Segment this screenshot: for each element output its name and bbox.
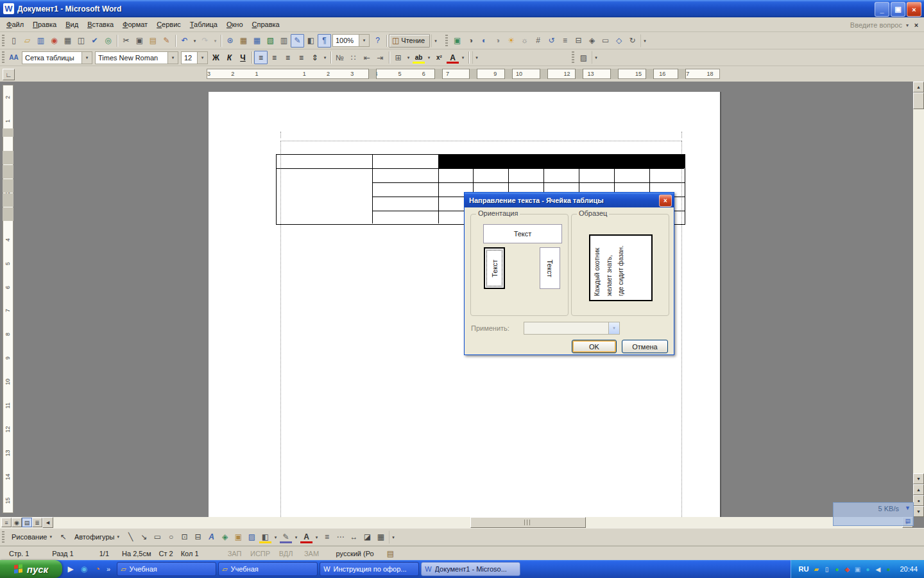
shadow-style-icon[interactable]: ◪ — [361, 530, 374, 544]
menu-item[interactable]: Файл — [2, 18, 28, 31]
fill-color-icon[interactable]: ◧ — [259, 530, 272, 544]
styles-and-formatting-icon[interactable]: АА — [7, 51, 21, 64]
line-style-icon[interactable]: ≡ — [320, 530, 334, 544]
save-icon[interactable]: ▥ — [34, 34, 47, 48]
justify-icon[interactable]: ≡ — [295, 51, 308, 64]
apply-combo[interactable]: ▾ — [524, 322, 620, 335]
line-spacing-icon[interactable]: ⇕ — [308, 51, 321, 64]
highlight-icon[interactable]: ab — [412, 51, 425, 64]
column-marker[interactable] — [368, 69, 377, 79]
print-icon[interactable]: ▦ — [61, 34, 74, 48]
less-brightness-icon[interactable]: ☼ — [518, 34, 531, 48]
column-marker[interactable] — [434, 69, 443, 79]
less-contrast-icon[interactable]: ◑ — [491, 34, 504, 48]
3d-style-icon[interactable]: ▦ — [374, 530, 388, 544]
insert-picture-icon[interactable]: ▨ — [245, 530, 259, 544]
compress-pictures-icon[interactable]: ⊟ — [572, 34, 585, 48]
minimize-button[interactable]: _ — [875, 2, 889, 17]
autoshapes-menu-button[interactable]: Автофигуры ▾ — [70, 530, 124, 545]
menu-item[interactable]: Окно — [222, 18, 248, 31]
cut-icon[interactable]: ✂ — [119, 34, 133, 48]
permission-icon[interactable]: ◉ — [47, 34, 61, 48]
borders-icon[interactable]: ⊞ — [391, 51, 405, 64]
status-mode[interactable]: ВДЛ — [276, 550, 296, 557]
italic-icon[interactable]: К — [223, 51, 236, 64]
horizontal-scrollbar[interactable]: ≡ ◉ ▤ ≣ ◀ ▶ — [0, 517, 913, 528]
vertical-ruler[interactable]: 21123456789101112131415 — [3, 85, 13, 513]
font-size-combo[interactable]: 12 ▾ — [181, 51, 208, 64]
column-marker[interactable] — [678, 69, 686, 79]
line-color-icon[interactable]: ✎ — [279, 530, 293, 544]
column-marker[interactable] — [646, 69, 654, 79]
normal-view-button[interactable]: ≡ — [1, 518, 12, 527]
print-layout-view-button[interactable]: ▤ — [22, 518, 32, 527]
toolbar-options-button[interactable]: ▾ — [640, 34, 649, 48]
clip-art-icon[interactable]: ▣ — [232, 530, 245, 544]
line-style-icon[interactable]: ≡ — [558, 34, 572, 48]
scroll-up-button[interactable]: ▲ — [913, 82, 924, 92]
align-right-icon[interactable]: ≡ — [281, 51, 295, 64]
copy-icon[interactable]: ▣ — [133, 34, 146, 48]
dialog-titlebar[interactable]: Направление текста - Ячейка таблицы — [465, 193, 674, 207]
column-marker[interactable] — [540, 69, 548, 79]
menu-item[interactable]: Таблица — [185, 18, 222, 31]
style-combo[interactable]: Сетка таблицы ▾ — [22, 51, 92, 64]
column-marker[interactable] — [575, 69, 583, 79]
text-box-icon[interactable]: ⊡ — [178, 530, 191, 544]
color-icon[interactable]: ◑ — [464, 34, 477, 48]
format-painter-icon[interactable]: ✎ — [160, 34, 173, 48]
arrow-icon[interactable]: ↘ — [137, 530, 151, 544]
status-language[interactable]: русский (Ро — [332, 550, 378, 557]
toolbar-options-button[interactable]: ▾ — [389, 530, 398, 544]
highlight-dropdown[interactable]: ▾ — [425, 51, 432, 64]
line-color-dropdown[interactable]: ▾ — [293, 530, 300, 544]
taskbar-task-folder-2[interactable]: ▱ Учебная — [218, 562, 318, 576]
bold-icon[interactable]: Ж — [209, 51, 223, 64]
toolbar-options-button[interactable]: ▾ — [472, 51, 481, 64]
line-spacing-dropdown[interactable]: ▾ — [321, 51, 329, 64]
type-question-box[interactable]: Введите вопрос ▾ — [806, 20, 909, 30]
borders-dropdown[interactable]: ▾ — [405, 51, 412, 64]
quick-launch-icon-1[interactable]: ▶ — [65, 563, 76, 575]
close-button[interactable]: × — [907, 2, 921, 17]
help-icon[interactable]: ? — [371, 34, 384, 48]
text-wrapping-icon[interactable]: ◈ — [585, 34, 599, 48]
scroll-down-button[interactable]: ▼ — [913, 473, 924, 484]
tables-and-borders-icon[interactable]: ▦ — [237, 34, 250, 48]
taskbar-task-instruction[interactable]: W Инструкция по офор... — [320, 562, 419, 576]
rotate-left-icon[interactable]: ↺ — [545, 34, 558, 48]
arrow-style-icon[interactable]: ↔ — [347, 530, 361, 544]
toolbar-grip[interactable] — [445, 35, 448, 47]
menu-item[interactable]: Сервис — [152, 18, 185, 31]
web-layout-view-button[interactable]: ◉ — [12, 518, 22, 527]
toolbar-options-button[interactable]: ▾ — [592, 51, 601, 64]
insert-table-icon[interactable]: ▦ — [250, 34, 264, 48]
increase-indent-icon[interactable]: ⇥ — [373, 51, 387, 64]
redo-dropdown[interactable]: ▾ — [212, 34, 219, 48]
line-icon[interactable]: ╲ — [124, 530, 137, 544]
outline-view-button[interactable]: ≣ — [32, 518, 42, 527]
scroll-left-button[interactable]: ◀ — [42, 517, 53, 528]
table-cell-black-fill[interactable] — [439, 155, 685, 168]
document-map-icon[interactable]: ◧ — [304, 34, 318, 48]
font-color-dropdown[interactable]: ▾ — [313, 530, 320, 544]
tray-icon-3[interactable]: ● — [832, 566, 841, 573]
insert-excel-icon[interactable]: ▧ — [264, 34, 277, 48]
start-button[interactable]: пуск — [0, 560, 62, 578]
ruler-row-marker[interactable] — [3, 165, 13, 179]
orientation-vertical-up-option[interactable]: Текст — [484, 247, 505, 289]
select-objects-icon[interactable]: ↖ — [56, 530, 70, 544]
orientation-horizontal-option[interactable]: Текст — [483, 224, 562, 243]
show-formatting-marks-icon[interactable]: ¶ — [318, 34, 331, 48]
tab-selector[interactable]: ∟ — [3, 69, 15, 80]
fill-color-dropdown[interactable]: ▾ — [272, 530, 279, 544]
zoom-combo[interactable]: 100% ▾ — [332, 34, 370, 47]
numbered-list-icon[interactable]: № — [333, 51, 346, 64]
paste-icon[interactable]: ▤ — [146, 34, 160, 48]
browse-previous-button[interactable]: ▲ — [913, 484, 924, 495]
crop-icon[interactable]: # — [531, 34, 545, 48]
quick-launch-overflow[interactable]: » — [107, 565, 110, 573]
research-icon[interactable]: ◎ — [101, 34, 115, 48]
restore-button[interactable]: ▣ — [891, 2, 905, 17]
superscript-icon[interactable]: x² — [432, 51, 446, 64]
